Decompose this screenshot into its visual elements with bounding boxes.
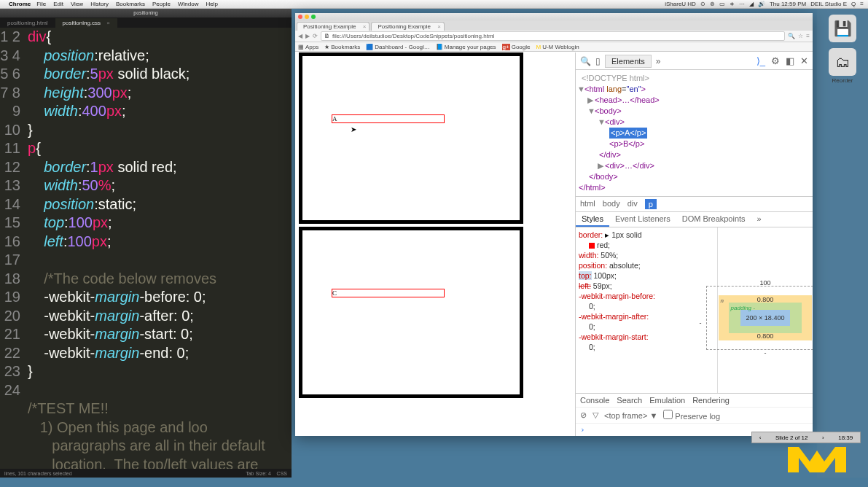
- bookmarks-bar: ▦ Apps ★ Bookmarks 🟦 Dashboard - Googl… …: [295, 42, 813, 52]
- menu-window[interactable]: Window: [178, 1, 198, 7]
- google-bookmark[interactable]: g+ Google: [502, 44, 531, 50]
- address-bar: ◀ ▶ ⟳ 🗎file:///Users/deilstudioe/Desktop…: [295, 31, 813, 42]
- search-icon[interactable]: Q: [851, 1, 856, 7]
- url-field[interactable]: 🗎file:///Users/deilstudioe/Desktop/CodeS…: [321, 31, 785, 41]
- filter-icon[interactable]: ▽: [593, 410, 598, 420]
- user-name[interactable]: DEIL Studio E: [810, 1, 847, 7]
- device-icon[interactable]: ▯: [595, 56, 601, 66]
- close-window-icon[interactable]: [298, 15, 302, 19]
- preserve-log-checkbox[interactable]: Preserve log: [663, 410, 720, 421]
- box-model: 100 - n 0.800 padding - 200 × 18.400 0.8…: [718, 227, 813, 393]
- ishare-indicator: iShareU HD: [665, 1, 696, 7]
- bookmarks-folder[interactable]: ★ Bookmarks: [324, 44, 360, 50]
- chrome-titlebar[interactable]: [295, 13, 813, 20]
- menu-icon[interactable]: ≡: [860, 1, 864, 7]
- menu-bookmarks[interactable]: Bookmarks: [116, 1, 145, 7]
- tab-emulation[interactable]: Emulation: [649, 396, 685, 405]
- desktop-reorder-icon[interactable]: 🗂Reorder: [824, 48, 861, 84]
- breadcrumb: html body div p: [576, 196, 813, 211]
- tab-positioning-html[interactable]: positioning.html: [0, 18, 55, 28]
- crumb-html[interactable]: html: [580, 199, 595, 209]
- overflow-icon[interactable]: »: [656, 56, 661, 66]
- forward-icon[interactable]: ▶: [305, 33, 310, 39]
- styles-pane: border: ▸ 1px solid red; width: 50%; pos…: [576, 227, 813, 393]
- dots-icon[interactable]: ⋯: [739, 1, 745, 7]
- crumb-body[interactable]: body: [603, 199, 620, 209]
- sublime-tabs: positioning.html positioning.css ×: [0, 17, 292, 28]
- code-body[interactable]: div{ position:relative; border:5px solid…: [23, 28, 265, 474]
- bluetooth-icon[interactable]: ∗: [730, 1, 735, 7]
- browser-tab[interactable]: Positioning Example×: [297, 22, 370, 31]
- zoom-window-icon[interactable]: [311, 15, 316, 19]
- dashboard-bookmark[interactable]: 🟦 Dashboard - Googl…: [366, 44, 430, 50]
- apps-bookmark[interactable]: ▦ Apps: [298, 44, 318, 50]
- drawer-tabs: Console Search Emulation Rendering: [576, 393, 813, 407]
- menu-people[interactable]: People: [152, 1, 171, 7]
- paragraph-c: C: [332, 289, 445, 297]
- dock-icon[interactable]: ◧: [786, 55, 794, 66]
- elements-tab[interactable]: Elements: [605, 55, 652, 68]
- back-icon[interactable]: ◀: [298, 33, 302, 39]
- reload-icon[interactable]: ⟳: [313, 33, 318, 39]
- rendered-div-1: A ➤: [299, 52, 523, 224]
- tab-search[interactable]: Search: [617, 396, 642, 405]
- clear-console-icon[interactable]: ⊘: [580, 410, 587, 420]
- volume-icon[interactable]: 🔊: [758, 1, 765, 7]
- menu-help[interactable]: Help: [206, 1, 217, 7]
- sublime-title: positioning: [0, 9, 292, 17]
- frame-selector[interactable]: <top frame> ▼: [604, 411, 657, 420]
- mac-menubar: Chrome File Edit View History Bookmarks …: [0, 0, 868, 9]
- color-swatch-icon[interactable]: [589, 243, 595, 249]
- tab-positioning-css[interactable]: positioning.css ×: [55, 18, 117, 28]
- css-rules[interactable]: border: ▸ 1px solid red; width: 50%; pos…: [576, 227, 718, 393]
- weblogin-bookmark[interactable]: M U-M Weblogin: [536, 44, 579, 50]
- console-toolbar: ⊘ ▽ <top frame> ▼ Preserve log: [576, 407, 813, 423]
- chrome-tabstrip: Positioning Example× Positioning Example…: [295, 20, 813, 31]
- status-tabsize[interactable]: Tab Size: 4: [246, 471, 271, 476]
- menu-icon[interactable]: ≡: [806, 33, 810, 39]
- prev-slide-icon[interactable]: ‹: [759, 435, 762, 441]
- dom-tree[interactable]: <!DOCTYPE html> ▼<html lang="en"> ▶<head…: [576, 70, 813, 196]
- close-tab-icon[interactable]: ×: [437, 23, 441, 30]
- minimize-window-icon[interactable]: [305, 15, 309, 19]
- status-selection: lines, 101 characters selected: [4, 471, 72, 476]
- app-name[interactable]: Chrome: [9, 1, 31, 7]
- wifi-icon[interactable]: ⊚: [710, 1, 715, 7]
- menu-file[interactable]: File: [36, 1, 46, 7]
- status-syntax[interactable]: CSS: [277, 471, 287, 476]
- tab-console[interactable]: Console: [580, 396, 609, 405]
- manage-pages-bookmark[interactable]: 📘 Manage your pages: [436, 44, 496, 50]
- desktop-hd-icon[interactable]: 💾: [824, 15, 861, 42]
- michigan-logo: [781, 436, 853, 480]
- file-icon: 🗎: [324, 33, 330, 39]
- menu-view[interactable]: View: [71, 1, 83, 7]
- crumb-div[interactable]: div: [627, 199, 638, 209]
- menu-edit[interactable]: Edit: [53, 1, 63, 7]
- console-toggle-icon[interactable]: ⟩_: [756, 55, 765, 66]
- close-devtools-icon[interactable]: ✕: [800, 55, 808, 66]
- styles-tabstrip: Styles Event Listeners DOM Breakpoints »: [576, 211, 813, 227]
- search-icon[interactable]: 🔍: [580, 56, 591, 66]
- settings-icon[interactable]: ⚙: [771, 55, 780, 66]
- tab-rendering[interactable]: Rendering: [692, 396, 730, 405]
- tab-styles[interactable]: Styles: [576, 212, 609, 227]
- close-icon[interactable]: ×: [106, 20, 110, 26]
- browser-tab[interactable]: Positioning Example×: [371, 22, 444, 31]
- mouse-cursor-icon: ➤: [351, 125, 356, 133]
- overflow-icon[interactable]: »: [751, 212, 767, 227]
- display-icon[interactable]: ▭: [719, 1, 725, 7]
- tab-event-listeners[interactable]: Event Listeners: [609, 212, 676, 227]
- star-icon[interactable]: ☆: [798, 33, 803, 39]
- menu-history[interactable]: History: [90, 1, 109, 7]
- clock[interactable]: Thu 12:59 PM: [770, 1, 806, 7]
- close-tab-icon[interactable]: ×: [363, 23, 367, 30]
- crumb-p[interactable]: p: [645, 199, 657, 209]
- page-viewport: A ➤ C: [299, 52, 568, 433]
- search-icon[interactable]: 🔍: [788, 33, 795, 39]
- desktop-area: 💾 🗂Reorder: [817, 9, 868, 478]
- wifi-signal-icon[interactable]: ◢: [749, 1, 754, 7]
- status-icon[interactable]: ⊙: [700, 1, 705, 7]
- tab-dom-breakpoints[interactable]: DOM Breakpoints: [676, 212, 751, 227]
- code-editor[interactable]: 1 2 3 4 5 6 7 8 9 10 11 12 13 14 15 16 1…: [0, 28, 292, 474]
- dom-selected-p[interactable]: <p>A</p>: [577, 128, 811, 139]
